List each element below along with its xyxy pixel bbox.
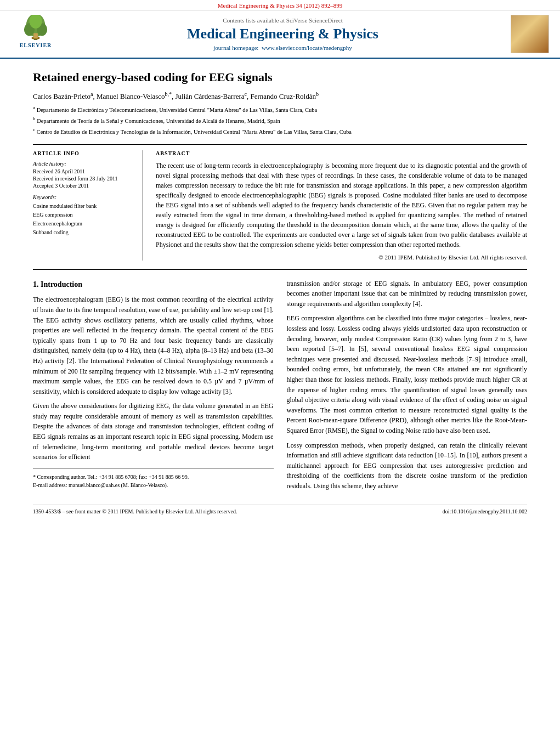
keyword-3: Electroencephalogram [33,219,133,228]
author-3: Julián Cárdenas-Barrera [176,92,245,100]
body-section: 1. Introduction The electroencephalogram… [33,279,527,496]
affiliation-c: c Centro de Estudios de Electrónica y Te… [33,126,527,136]
affiliations: a Departamento de Electrónica y Telecomu… [33,104,527,137]
author-1: Carlos Bazán-Prieto [33,92,90,100]
keywords-list: Cosine modulated filter bank EEG compres… [33,202,133,237]
intro-para-3: transmission and/or storage of EEG signa… [287,279,528,309]
intro-para-1: The electroencephalogram (EEG) is the mo… [33,295,274,397]
article-history: Article history: Received 26 April 2011 … [33,161,133,189]
history-label: Article history: [33,161,133,167]
footer-issn: 1350-4533/$ – see front matter © 2011 IP… [33,508,237,514]
authors-line: Carlos Bazán-Prietoa, Manuel Blanco-Vela… [33,91,527,101]
footnote-corresponding: * Corresponding author. Tel.: +34 91 885… [33,473,274,489]
homepage-url[interactable]: www.elsevier.com/locate/medengphy [262,44,352,51]
body-col-left: 1. Introduction The electroencephalogram… [33,279,274,496]
svg-rect-6 [33,33,38,39]
keyword-4: Subband coding [33,228,133,237]
abstract-panel: ABSTRACT The recent use of long-term rec… [156,150,527,261]
affiliation-a: a Departamento de Electrónica y Telecomu… [33,104,527,114]
revised-date: Received in revised form 28 July 2011 [33,176,133,182]
elsevier-text: ELSEVIER [20,42,52,48]
main-content: Retained energy-based coding for EEG sig… [0,59,560,531]
article-info-heading: ARTICLE INFO [33,150,133,156]
section-divider [33,269,527,270]
keywords-section: Keywords: Cosine modulated filter bank E… [33,194,133,237]
info-abstract-section: ARTICLE INFO Article history: Received 2… [33,144,527,261]
footnote-email: E-mail address: manuel.blanco@uah.es (M.… [33,481,274,489]
elsevier-tree-icon [19,15,52,41]
intro-para-4: EEG compression algorithms can be classi… [287,313,528,435]
section-1-heading: 1. Introduction [33,279,274,291]
abstract-heading: ABSTRACT [156,150,527,156]
footnote-tel: * Corresponding author. Tel.: +34 91 885… [33,473,274,481]
abstract-text: The recent use of long-term records in e… [156,161,527,250]
copyright-line: © 2011 IPEM. Published by Elsevier Ltd. … [156,254,527,261]
affiliation-b: b Departamento de Teoría de la Señal y C… [33,115,527,125]
body-col-right: transmission and/or storage of EEG signa… [287,279,528,496]
keywords-label: Keywords: [33,194,133,200]
author-2: Manuel Blanco-Velasco [97,92,165,100]
keyword-2: EEG compression [33,211,133,219]
article-info-panel: ARTICLE INFO Article history: Received 2… [33,150,143,261]
footer-doi: doi:10.1016/j.medengphy.2011.10.002 [443,508,527,514]
journal-header: ELSEVIER Contents lists available at Sci… [0,10,560,59]
intro-para-2: Given the above considerations for digit… [33,401,274,462]
footnote-bar [33,468,274,471]
page-footer: 1350-4533/$ – see front matter © 2011 IP… [33,505,527,514]
accepted-date: Accepted 3 October 2011 [33,183,133,189]
received-date: Received 26 April 2011 [33,168,133,174]
keyword-1: Cosine modulated filter bank [33,202,133,211]
journal-issue: Medical Engineering & Physics 34 (2012) … [218,2,342,9]
journal-header-center: Contents lists available at SciVerse Sci… [60,17,505,51]
journal-title: Medical Engineering & Physics [60,26,505,42]
journal-thumbnail [511,15,549,53]
top-bar: Medical Engineering & Physics 34 (2012) … [0,0,560,10]
elsevier-logo: ELSEVIER [11,15,60,53]
author-4: Fernando Cruz-Roldán [251,92,316,100]
journal-homepage: journal homepage: www.elsevier.com/locat… [60,44,505,51]
article-title: Retained energy-based coding for EEG sig… [33,70,527,86]
intro-para-5: Lossy compression methods, when properly… [287,440,528,491]
contents-line: Contents lists available at SciVerse Sci… [60,17,505,24]
